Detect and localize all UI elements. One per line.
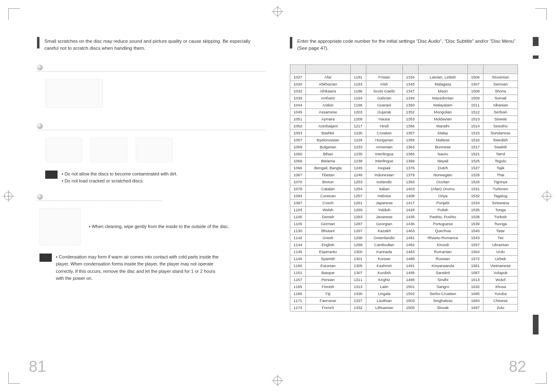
table-row: 1032Afrikaans1186Scots Gaelic1347Maori15… (290, 88, 518, 95)
code-cell: 1403 (402, 185, 418, 192)
table-row: 1053Bashkir1226Croatian1357Malay1515Sund… (290, 129, 518, 136)
code-cell: 1235 (350, 150, 366, 157)
language-cell: Abkhazian (306, 81, 351, 88)
bullet-icon (37, 123, 43, 129)
language-cell: Tamil (483, 150, 518, 157)
code-cell: 1032 (290, 88, 306, 95)
code-cell: 1097 (290, 199, 306, 206)
code-cell: 1531 (467, 185, 483, 192)
language-cell: Somali (483, 95, 518, 101)
code-cell: 1239 (350, 157, 366, 164)
table-row: 1079Catalan1254Italian1403(Afan) Oromo15… (290, 185, 518, 192)
code-cell: 1144 (290, 241, 306, 248)
language-cell: Hebrew (366, 192, 402, 199)
intro-block: Small scratches on the disc may reduce s… (37, 37, 265, 52)
code-cell: 1196 (350, 101, 366, 108)
language-cell: Kurdish (366, 269, 402, 276)
code-cell: 1532 (467, 192, 483, 199)
language-cell: (Afan) Oromo (418, 185, 467, 192)
table-row: 1044Arabic1196Guarani1350Malayalam1511Al… (290, 101, 518, 108)
code-cell: 1379 (402, 171, 418, 178)
language-cell: Gujarati (366, 108, 402, 115)
illustration (39, 208, 81, 245)
language-cell: Bihari (306, 150, 351, 157)
code-cell: 1529 (467, 178, 483, 185)
language-cell: Portuguese (418, 220, 467, 227)
language-cell: Corsican (306, 192, 351, 199)
language-cell: Norwegian (418, 171, 467, 178)
language-cell: Estonian (306, 262, 351, 269)
illustration (90, 138, 127, 162)
note-icon (39, 254, 52, 262)
code-cell: 1257 (350, 192, 366, 199)
code-cell: 1269 (350, 206, 366, 213)
code-cell: 1481 (402, 234, 418, 241)
language-cell: Bengali; Bangla (306, 164, 351, 171)
code-cell: 1233 (350, 143, 366, 150)
table-row: 1067Tibetan1248Indonesian1379Norwegian15… (290, 171, 518, 178)
code-cell: 1103 (290, 206, 306, 213)
code-cell: 1483 (402, 248, 418, 255)
code-cell: 1369 (402, 157, 418, 164)
code-cell: 1581 (467, 262, 483, 269)
code-cell: 1311 (350, 276, 366, 283)
section-c-head (37, 194, 162, 201)
language-cell: Zulu (483, 304, 518, 311)
language-cell: Basque (306, 269, 351, 276)
code-cell: 1067 (290, 171, 306, 178)
code-cell: 1538 (467, 213, 483, 220)
table-row: 1051Aymara1209Hausa1353Moldavian1513Sisw… (290, 115, 518, 122)
code-cell: 1463 (402, 227, 418, 234)
code-cell: 1358 (402, 136, 418, 143)
page-number-left: 81 (29, 358, 46, 376)
code-cell: 1057 (290, 136, 306, 143)
code-cell: 1069 (290, 157, 306, 164)
th-code-2 (350, 65, 366, 74)
code-cell: 1428 (402, 206, 418, 213)
language-cell: Assamese (306, 108, 351, 115)
language-cell: Yiddish (366, 206, 402, 213)
language-cell: Siswati (483, 115, 518, 122)
language-cell: Swahili (483, 143, 518, 150)
table-row: 1045Assamese1203Gujarati1352Mongolian151… (290, 108, 518, 115)
code-cell: 1217 (350, 122, 366, 129)
language-cell: Thai (483, 171, 518, 178)
language-cell: Tsonga (483, 220, 518, 227)
code-cell: 1502 (402, 290, 418, 297)
language-cell: Spanish (306, 255, 351, 262)
code-cell: 1511 (467, 101, 483, 108)
code-cell: 1512 (467, 108, 483, 115)
table-row: 1066Bengali; Bangla1245Inupiak1376Dutch1… (290, 164, 518, 171)
language-code-table: 1027Afar1181Frisian1334Latvian, Lettish1… (290, 65, 518, 311)
code-cell: 1171 (290, 297, 306, 304)
code-cell: 1393 (402, 178, 418, 185)
code-cell: 1508 (467, 88, 483, 95)
code-cell: 1572 (467, 255, 483, 262)
code-cell: 1352 (402, 108, 418, 115)
code-cell: 1534 (467, 199, 483, 206)
code-cell: 1027 (290, 74, 306, 81)
code-cell: 1070 (290, 178, 306, 185)
th-lang-1 (306, 65, 351, 74)
language-cell: Kannada (366, 248, 402, 255)
language-cell: Malayalam (418, 101, 467, 108)
language-cell: Kirundi (418, 241, 467, 248)
bullet-icon (37, 194, 43, 200)
language-cell: Interlingue (366, 157, 402, 164)
language-cell: Russian (418, 255, 467, 262)
language-cell: Afar (306, 74, 351, 81)
code-cell: 1287 (350, 220, 366, 227)
code-cell: 1142 (290, 234, 306, 241)
code-cell: 1495 (402, 269, 418, 276)
table-row: 1142Greek1298Greenlandic1481Rhaeto-Roman… (290, 234, 518, 241)
code-cell: 1357 (402, 129, 418, 136)
language-cell: Maltese (418, 136, 467, 143)
code-cell: 1313 (350, 283, 366, 290)
language-cell: Swedish (483, 136, 518, 143)
language-cell: Tonga (483, 206, 518, 213)
code-cell: 1514 (467, 122, 483, 129)
language-cell: Occitan (418, 178, 467, 185)
code-cell: 1039 (290, 95, 306, 101)
language-cell: Greek (306, 234, 351, 241)
language-cell: Mongolian (418, 108, 467, 115)
